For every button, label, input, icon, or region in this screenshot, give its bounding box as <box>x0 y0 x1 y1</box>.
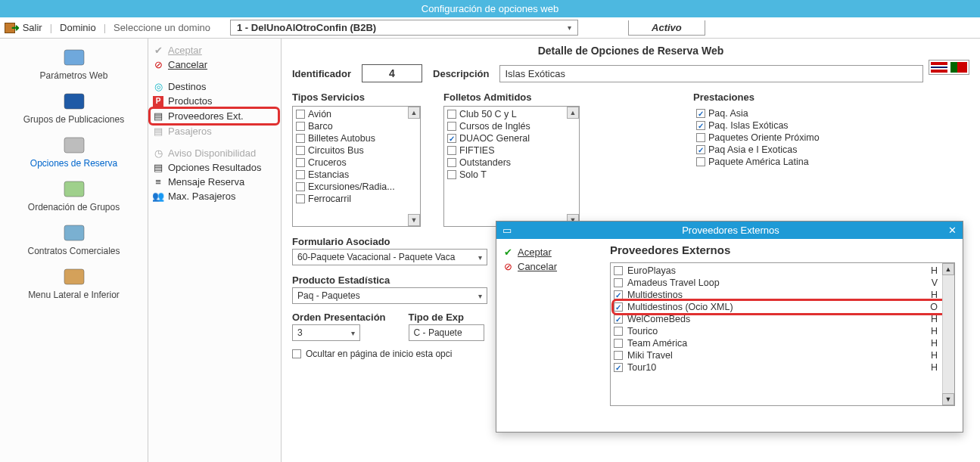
activo-badge: Activo <box>628 20 705 36</box>
nav-ordenacion-grupos[interactable]: Ordenación de Grupos <box>0 175 148 219</box>
proveedor-row[interactable]: Miki TravelH <box>614 349 951 361</box>
checkbox[interactable] <box>296 170 305 179</box>
list-item[interactable]: Solo T <box>446 169 577 181</box>
list-item[interactable]: Avión <box>294 108 418 120</box>
list-item[interactable]: Paq. Islas Exóticas <box>695 119 896 132</box>
producto-select[interactable]: Paq - Paquetes▾ <box>292 287 487 304</box>
checkbox[interactable] <box>614 278 623 287</box>
formulario-select[interactable]: 60-Paquete Vacacional - Paquete Vaca▾ <box>292 249 487 265</box>
checkbox[interactable] <box>447 170 456 179</box>
proveedor-row[interactable]: MultidestinosH <box>614 289 951 301</box>
exit-button[interactable]: ➜ Salir <box>5 22 42 34</box>
scroll-up-icon[interactable]: ▲ <box>567 107 579 119</box>
nav-contratos-comerciales[interactable]: Contratos Comerciales <box>0 219 148 262</box>
list-item[interactable]: Paq Asia e I Exoticas <box>695 144 896 156</box>
checkbox[interactable] <box>696 121 705 130</box>
checkbox[interactable] <box>296 134 305 143</box>
proveedores-list[interactable]: ▲ EuroPlayasHAmadeus Travel LoopVMultide… <box>610 262 955 406</box>
ocultar-checkbox[interactable] <box>292 349 301 358</box>
cancelar-action[interactable]: ⊘ Cancelar <box>153 57 276 72</box>
nav-grupos-publicaciones[interactable]: Grupos de Publicaciones <box>0 87 148 131</box>
scroll-down-icon[interactable]: ▼ <box>408 214 420 226</box>
proveedor-row[interactable]: Multidestinos (Ocio XML)O <box>614 301 951 313</box>
folletos-listbox[interactable]: ▲ Club 50 C y LCursos de InglésDUAOC Gen… <box>443 106 580 227</box>
max-pasajeros-action[interactable]: 👥 Max. Pasajeros <box>153 189 276 203</box>
checkbox[interactable] <box>614 290 623 299</box>
check-icon: ✔ <box>153 45 163 56</box>
checkbox[interactable] <box>296 194 305 203</box>
checkbox[interactable] <box>447 134 456 143</box>
list-item[interactable]: Estancias <box>294 169 418 181</box>
list-item[interactable]: Billetes Autobus <box>294 132 418 144</box>
checkbox[interactable] <box>296 158 305 167</box>
checkbox[interactable] <box>696 133 705 142</box>
checkbox[interactable] <box>696 109 705 118</box>
flag-pt-icon[interactable] <box>950 62 967 73</box>
checkbox[interactable] <box>614 315 623 324</box>
list-item[interactable]: Ferrocarril <box>294 193 418 205</box>
list-item[interactable]: Club 50 C y L <box>446 108 577 120</box>
ocultar-label: Ocultar en página de inicio esta opci <box>306 349 452 359</box>
identificador-label: Identificador <box>292 68 351 79</box>
scroll-up-icon[interactable]: ▲ <box>408 107 420 119</box>
checkbox[interactable] <box>296 182 305 191</box>
mensaje-reserva-action[interactable]: ≡ Mensaje Reserva <box>153 175 276 189</box>
descripcion-input[interactable]: Islas Exóticas <box>499 65 923 82</box>
language-flags[interactable] <box>929 60 969 75</box>
dialog-aceptar[interactable]: ✔ Aceptar <box>502 245 596 259</box>
productos-action[interactable]: P Productos <box>153 94 276 108</box>
list-item[interactable]: Cursos de Inglés <box>446 120 577 132</box>
list-item[interactable]: DUAOC General <box>446 132 577 144</box>
proveedor-row[interactable]: EuroPlayasH <box>614 265 951 277</box>
prestaciones-listbox[interactable]: Paq. AsiaPaq. Islas ExóticasPaquetes Ori… <box>693 106 898 227</box>
scroll-down-icon[interactable]: ▼ <box>942 393 954 405</box>
checkbox[interactable] <box>296 146 305 155</box>
dialog-cancelar[interactable]: ⊘ Cancelar <box>502 259 596 274</box>
checkbox[interactable] <box>447 122 456 131</box>
checkbox[interactable] <box>696 157 705 166</box>
list-item[interactable]: Outstanders <box>446 157 577 169</box>
list-item[interactable]: Circuitos Bus <box>294 144 418 157</box>
proveedor-row[interactable]: TouricoH <box>614 325 951 337</box>
list-item[interactable]: Paq. Asia <box>695 107 896 119</box>
destinos-action[interactable]: ◎ Destinos <box>153 79 276 94</box>
list-item[interactable]: Excursiones/Radia... <box>294 181 418 193</box>
checkbox[interactable] <box>696 145 705 154</box>
checkbox[interactable] <box>614 302 623 312</box>
nav-opciones-reserva[interactable]: Opciones de Reserva <box>0 131 148 175</box>
proveedores-ext-action[interactable]: ▤ Proveedores Ext. <box>150 108 278 124</box>
svg-rect-2 <box>64 138 84 153</box>
close-icon[interactable]: ✕ <box>948 225 957 236</box>
svg-rect-0 <box>64 50 84 65</box>
scroll-up-icon[interactable]: ▲ <box>942 263 954 275</box>
checkbox[interactable] <box>614 339 623 348</box>
list-item[interactable]: Paquete América Latina <box>695 156 896 168</box>
proveedor-row[interactable]: WelComeBedsH <box>614 313 951 325</box>
list-item[interactable]: FIFTIES <box>446 144 577 157</box>
list-item[interactable]: Paquetes Oriente Próximo <box>695 132 896 144</box>
clock-icon: ◷ <box>153 148 163 159</box>
flag-uk-icon[interactable] <box>931 62 947 73</box>
checkbox[interactable] <box>296 110 305 119</box>
opciones-resultados-action[interactable]: ▤ Opciones Resultados <box>153 160 276 175</box>
tipo-exp-select[interactable]: C - Paquete <box>409 324 484 341</box>
domain-dropdown[interactable]: 1 - DelUnoAlOtroConfin (B2B) ▾ <box>230 20 578 36</box>
checkbox[interactable] <box>614 327 623 336</box>
checkbox[interactable] <box>447 158 456 167</box>
list-item[interactable]: Cruceros <box>294 157 418 169</box>
tipos-listbox[interactable]: ▲ AviónBarcoBilletes AutobusCircuitos Bu… <box>292 106 421 227</box>
nav-label: Parámetros Web <box>0 70 148 81</box>
nav-menu-lateral[interactable]: Menu Lateral e Inferior <box>0 262 148 306</box>
checkbox[interactable] <box>447 110 456 119</box>
checkbox[interactable] <box>614 363 623 372</box>
proveedor-row[interactable]: Team AméricaH <box>614 337 951 349</box>
proveedor-row[interactable]: Amadeus Travel LoopV <box>614 277 951 289</box>
checkbox[interactable] <box>447 146 456 155</box>
orden-select[interactable]: 3▾ <box>292 324 360 341</box>
proveedor-row[interactable]: Tour10H <box>614 361 951 374</box>
checkbox[interactable] <box>614 351 623 360</box>
checkbox[interactable] <box>614 266 623 275</box>
list-item[interactable]: Barco <box>294 120 418 132</box>
nav-parametros-web[interactable]: Parámetros Web <box>0 43 148 87</box>
checkbox[interactable] <box>296 122 305 131</box>
